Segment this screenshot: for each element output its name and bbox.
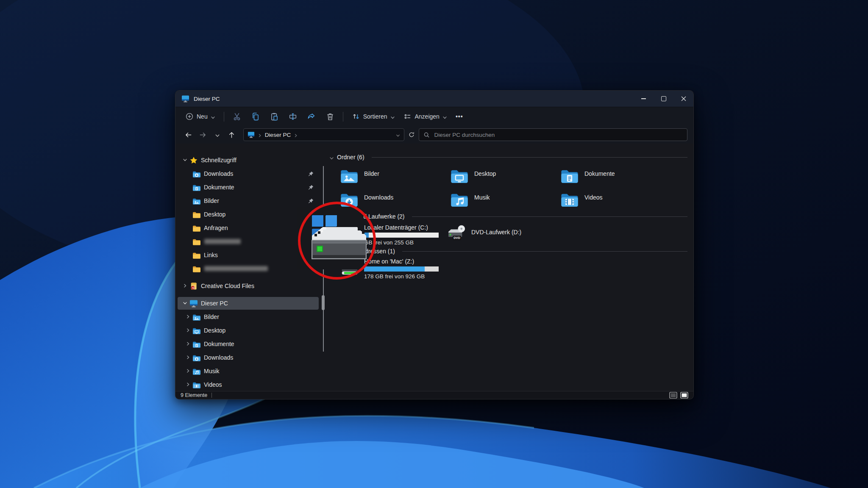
- drive-label: DVD-Laufwerk (D:): [471, 229, 521, 236]
- chevron-down-icon: [211, 114, 215, 119]
- titlebar[interactable]: Dieser PC: [175, 91, 693, 107]
- sidebar-item-label: Dokumente: [204, 341, 234, 347]
- tile-desktop[interactable]: Desktop: [450, 167, 496, 184]
- chevron-right-icon[interactable]: [184, 382, 192, 387]
- up-button[interactable]: [225, 128, 239, 141]
- minimize-button[interactable]: [634, 91, 654, 107]
- more-button[interactable]: •••: [452, 111, 467, 122]
- chevron-right-icon: [294, 133, 298, 137]
- address-breadcrumb[interactable]: Dieser PC: [243, 128, 404, 141]
- sidebar-item-dieser-pc[interactable]: Dieser PC: [178, 297, 319, 310]
- delete-icon: [326, 112, 335, 121]
- large-icons-view-toggle[interactable]: [680, 392, 688, 399]
- sidebar-item-bilder[interactable]: Bilder: [178, 311, 319, 323]
- chevron-right-icon[interactable]: [184, 341, 192, 347]
- sidebar-item-desktop[interactable]: Desktop: [178, 324, 319, 337]
- new-button[interactable]: Neu: [181, 110, 219, 123]
- tile-bilder[interactable]: Bilder: [339, 167, 379, 184]
- folder-documents-icon: [560, 167, 579, 184]
- folder-desktop-icon: [450, 167, 469, 184]
- toolbar-share-button[interactable]: [305, 110, 318, 123]
- dvd-drive-icon: DVD: [447, 225, 467, 241]
- sidebar-item-label: Bilder: [204, 313, 219, 320]
- sort-button[interactable]: Sortieren: [348, 110, 399, 123]
- share-icon: [307, 112, 316, 121]
- toolbar-divider: [343, 112, 343, 122]
- chevron-down-icon[interactable]: [181, 301, 189, 306]
- details-view-toggle[interactable]: [669, 392, 677, 399]
- address-dropdown-icon[interactable]: [396, 133, 400, 137]
- chevron-down-icon[interactable]: [329, 155, 334, 160]
- refresh-icon: [408, 131, 415, 138]
- folder-yellow-icon: [192, 211, 201, 219]
- desktop: Dieser PC Neu Sortieren: [0, 0, 868, 488]
- back-icon: [184, 131, 192, 139]
- chevron-placeholder: [184, 185, 192, 190]
- pin-icon: [308, 184, 314, 191]
- sidebar-item-schnellzugriff[interactable]: Schnellzugriff: [178, 154, 319, 166]
- tile-videos[interactable]: Videos: [560, 191, 603, 208]
- section-header-ordner[interactable]: Ordner (6): [329, 153, 687, 161]
- status-bar: 9 Elemente: [175, 391, 693, 399]
- sidebar-item-label: Desktop: [204, 327, 225, 334]
- toolbar-copy-button[interactable]: [249, 110, 262, 123]
- folder-downloads-icon: [192, 170, 201, 178]
- folder-documents-icon: [192, 183, 201, 191]
- toolbar-divider: [224, 112, 224, 122]
- toolbar-paste-button[interactable]: [268, 110, 281, 123]
- creative-cloud-icon: [189, 282, 198, 290]
- sidebar-item-label: Dokumente: [204, 184, 234, 191]
- sidebar-item-musik[interactable]: Musik: [178, 365, 319, 377]
- breadcrumb-item[interactable]: Dieser PC: [265, 132, 291, 138]
- forward-button[interactable]: [196, 128, 210, 141]
- back-button[interactable]: [181, 128, 196, 141]
- sidebar-item-downloads[interactable]: Downloads: [178, 167, 319, 180]
- maximize-button[interactable]: [654, 91, 673, 107]
- tile-musik[interactable]: Musik: [450, 191, 490, 208]
- section-header-geräte-und-laufwerke[interactable]: Geräte und Laufwerke (2): [329, 212, 687, 221]
- chevron-down-icon[interactable]: [181, 158, 189, 163]
- copy-icon: [251, 112, 260, 121]
- search-input[interactable]: [434, 131, 683, 139]
- tile-dokumente[interactable]: Dokumente: [560, 167, 615, 184]
- explorer-body: SchnellzugriffDownloadsDokumenteBilderDe…: [175, 144, 693, 391]
- section-header-netzwerkadressen[interactable]: Netzwerkadressen (1): [329, 247, 687, 255]
- sidebar-item-downloads[interactable]: Downloads: [178, 351, 319, 364]
- folder-pictures-icon: [339, 167, 359, 184]
- folder-documents-icon: [192, 340, 201, 348]
- chevron-right-icon: [258, 133, 262, 137]
- tile-dvd-laufwerk-d-[interactable]: DVDDVD-Laufwerk (D:): [447, 225, 521, 241]
- view-button[interactable]: Anzeigen: [400, 110, 451, 123]
- chevron-placeholder: [184, 252, 192, 258]
- address-row: Dieser PC: [175, 126, 693, 144]
- toolbar-cut-button[interactable]: [231, 110, 243, 123]
- window-title: Dieser PC: [194, 96, 220, 102]
- sidebar-item-dokumente[interactable]: Dokumente: [178, 181, 319, 194]
- rename-icon: [288, 112, 298, 121]
- sidebar-item-videos[interactable]: Videos: [178, 378, 319, 391]
- chevron-right-icon[interactable]: [184, 314, 192, 319]
- new-label: Neu: [197, 113, 208, 120]
- this-pc-icon: [248, 131, 255, 138]
- recent-locations-button[interactable]: [210, 128, 225, 141]
- toolbar-delete-button[interactable]: [324, 110, 337, 123]
- sort-label: Sortieren: [363, 113, 387, 120]
- close-button[interactable]: [673, 91, 693, 107]
- sort-icon: [352, 112, 360, 121]
- chevron-right-icon[interactable]: [184, 355, 192, 360]
- sidebar-item-dokumente[interactable]: Dokumente: [178, 338, 319, 350]
- file-explorer-window: Dieser PC Neu Sortieren: [175, 90, 694, 399]
- chevron-placeholder: [184, 266, 192, 271]
- red-highlight-ring: [298, 202, 376, 280]
- chevron-right-icon[interactable]: [181, 283, 189, 288]
- chevron-right-icon[interactable]: [184, 328, 192, 333]
- sidebar-item-label: Videos: [204, 381, 222, 388]
- folder-videos-icon: [560, 191, 579, 208]
- folder-desktop-icon: [192, 327, 201, 335]
- toolbar-rename-button[interactable]: [287, 110, 299, 123]
- folder-pictures-icon: [192, 313, 201, 321]
- chevron-right-icon[interactable]: [184, 369, 192, 374]
- refresh-button[interactable]: [404, 128, 419, 141]
- search-box[interactable]: [419, 128, 687, 141]
- sidebar-item-creative-cloud-files[interactable]: Creative Cloud Files: [178, 280, 319, 292]
